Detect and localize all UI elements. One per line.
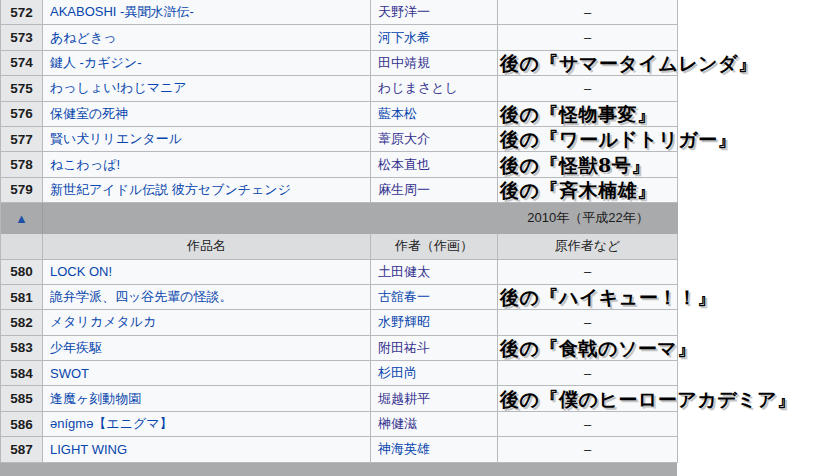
author-link[interactable]: 藍本松 [378,105,417,123]
note-cell: – [498,25,678,49]
author-link[interactable]: 麻生周一 [378,181,430,199]
author-cell: 河下水希 [371,25,498,49]
year-label-cell: 2010年（平成22年） [498,203,678,234]
title-cell: メタリカメタルカ [43,310,371,334]
author-link[interactable]: 古舘春一 [378,288,430,306]
table-row: 578 ねこわっぱ! 松本直也 後の『怪獣8号』 [1,152,678,177]
title-link[interactable]: 鍵人 -カギジン- [50,54,142,72]
author-link[interactable]: 堀越耕平 [378,390,430,408]
table-row: 585 逢魔ヶ刻動物園 堀越耕平 後の『僕のヒーローアカデミア』 [1,386,678,411]
title-cell: ənígmə【エニグマ】 [43,412,371,436]
note-cell: 後の『斉木楠雄』 [498,178,678,202]
table-row: 586 ənígmə【エニグマ】 榊健滋 – [1,412,678,437]
author-link[interactable]: 榊健滋 [378,415,417,433]
title-cell: 新世紀アイドル伝説 彼方セブンチェンジ [43,178,371,202]
table-row: 579 新世紀アイドル伝説 彼方セブンチェンジ 麻生周一 後の『斉木楠雄』 [1,178,678,203]
row-number: 580 [1,260,43,284]
author-cell: 麻生周一 [371,178,498,202]
row-number: 577 [1,127,43,151]
author-link[interactable]: 田中靖規 [378,54,430,72]
author-link[interactable]: 河下水希 [378,29,430,47]
series-table: 572 AKABOSHI -異聞水滸伝- 天野洋一 – 573 あねどきっ 河下… [0,0,678,463]
row-number: 575 [1,76,43,100]
title-cell: SWOT [43,361,371,385]
table-row: 587 LIGHT WING 神海英雄 – [1,437,678,462]
title-link[interactable]: LOCK ON! [50,264,112,279]
author-link[interactable]: 神海英雄 [378,440,430,458]
title-link[interactable]: 少年疾駆 [50,339,102,357]
title-link[interactable]: ねこわっぱ! [50,156,120,174]
note-cell: – [498,76,678,100]
author-cell: 古舘春一 [371,285,498,309]
title-cell: ねこわっぱ! [43,152,371,176]
table-row: 572 AKABOSHI -異聞水滸伝- 天野洋一 – [1,0,678,25]
back-to-top-link[interactable]: ▲ [15,212,28,225]
author-cell: 藍本松 [371,102,498,126]
note-dash: – [584,315,591,330]
title-link[interactable]: 詭弁学派、四ッ谷先輩の怪談。 [50,288,233,306]
row-number: 585 [1,386,43,410]
title-link[interactable]: ənígmə【エニグマ】 [50,415,173,433]
table-row: 582 メタリカメタルカ 水野輝昭 – [1,310,678,335]
title-link[interactable]: SWOT [50,366,89,381]
author-cell: わじまさとし [371,76,498,100]
author-link[interactable]: 松本直也 [378,156,430,174]
next-section-row-partial [0,463,677,476]
annotation-overlay: 後の『サマータイムレンダ』 [500,53,758,72]
author-link[interactable]: 土田健太 [378,263,430,281]
author-link[interactable]: わじまさとし [378,79,458,97]
note-dash: – [584,81,591,96]
table-row: 576 保健室の死神 藍本松 後の『怪物事変』 [1,102,678,127]
title-cell: 少年疾駆 [43,336,371,360]
note-dash: – [584,264,591,279]
annotation-overlay: 後の『食戟のソーマ』 [500,338,697,357]
title-link[interactable]: AKABOSHI -異聞水滸伝- [50,3,194,21]
column-header-number [1,234,43,259]
title-link[interactable]: 賢い犬リリエンタール [50,130,182,148]
column-header-original: 原作者など [498,234,678,259]
title-link[interactable]: LIGHT WING [50,442,127,457]
column-header-row: 作品名 作者（作画） 原作者など [1,234,678,260]
table-row: 577 賢い犬リリエンタール 葦原大介 後の『ワールドトリガー』 [1,127,678,152]
note-dash: – [584,366,591,381]
note-cell: – [498,0,678,24]
note-cell: 後の『怪物事変』 [498,102,678,126]
year-label: 2010年（平成22年） [527,209,648,227]
title-link[interactable]: あねどきっ [50,29,117,47]
title-cell: あねどきっ [43,25,371,49]
note-cell: 後の『ハイキュー！！』 [498,285,678,309]
author-link[interactable]: 葦原大介 [378,130,430,148]
column-header-author: 作者（作画） [371,234,498,259]
note-cell: – [498,260,678,284]
note-cell: 後の『僕のヒーローアカデミア』 [498,386,678,410]
title-link[interactable]: 保健室の死神 [50,105,128,123]
title-link[interactable]: 新世紀アイドル伝説 彼方セブンチェンジ [50,181,291,199]
table-row: 573 あねどきっ 河下水希 – [1,25,678,50]
annotation-overlay: 後の『怪獣8号』 [500,155,651,174]
annotation-overlay: 後の『ハイキュー！！』 [500,288,717,307]
note-cell: 後の『怪獣8号』 [498,152,678,176]
title-cell: LOCK ON! [43,260,371,284]
title-link[interactable]: 逢魔ヶ刻動物園 [50,390,141,408]
title-cell: 詭弁学派、四ッ谷先輩の怪談。 [43,285,371,309]
note-cell: 後の『ワールドトリガー』 [498,127,678,151]
author-cell: 葦原大介 [371,127,498,151]
author-link[interactable]: 天野洋一 [378,3,430,21]
note-cell: 後の『サマータイムレンダ』 [498,51,678,75]
author-cell: 榊健滋 [371,412,498,436]
rows-top-group: 572 AKABOSHI -異聞水滸伝- 天野洋一 – 573 あねどきっ 河下… [1,0,678,203]
column-header-title: 作品名 [43,234,371,259]
row-number: 587 [1,437,43,461]
table-row: 575 わっしょい!わじマニア わじまさとし – [1,76,678,101]
author-link[interactable]: 水野輝昭 [378,313,430,331]
row-number: 572 [1,0,43,24]
title-link[interactable]: わっしょい!わじマニア [50,79,187,97]
author-link[interactable]: 附田祐斗 [378,339,430,357]
table-row: 581 詭弁学派、四ッ谷先輩の怪談。 古舘春一 後の『ハイキュー！！』 [1,285,678,310]
title-link[interactable]: メタリカメタルカ [50,313,156,331]
title-cell: わっしょい!わじマニア [43,76,371,100]
annotation-overlay: 後の『怪物事変』 [500,104,656,123]
row-number: 581 [1,285,43,309]
row-number: 576 [1,102,43,126]
author-link[interactable]: 杉田尚 [378,364,417,382]
